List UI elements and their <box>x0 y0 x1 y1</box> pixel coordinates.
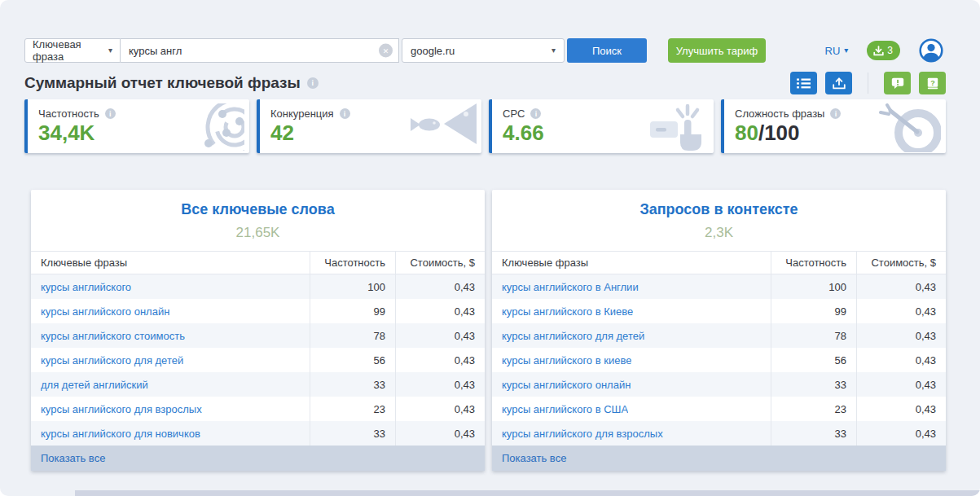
keyword-link[interactable]: для детей английский <box>41 379 148 391</box>
cost-value: 0,43 <box>395 397 485 421</box>
cost-value: 0,43 <box>395 274 485 299</box>
keyword-link[interactable]: курсы английского онлайн <box>41 305 169 318</box>
cost-value: 0,43 <box>856 421 946 446</box>
table-row: курсы английского для взрослых 23 0,43 <box>31 397 485 421</box>
info-icon[interactable]: i <box>340 108 350 119</box>
metric-value: 34,4K <box>38 122 249 143</box>
downloads-count-badge: 3 <box>887 45 893 56</box>
frequency-value: 33 <box>310 421 395 446</box>
column-header-frequency: Частотность <box>771 252 856 274</box>
cost-value: 0,43 <box>856 397 946 421</box>
frequency-value: 33 <box>771 421 856 446</box>
table-body: курсы английского 100 0,43 курсы английс… <box>31 274 485 446</box>
panel-title[interactable]: Все ключевые слова <box>31 201 485 218</box>
panel-total: 2,3K <box>492 225 946 241</box>
column-header-cost: Стоимость, $ <box>856 252 946 274</box>
context-queries-panel: Запросов в контексте 2,3K Ключевые фразы… <box>492 190 946 471</box>
keyword-link[interactable]: курсы английского <box>41 281 131 293</box>
upgrade-plan-button[interactable]: Улучшить тариф <box>668 38 766 63</box>
table-footer: Показать все <box>31 446 485 471</box>
column-header-phrase: Ключевые фразы <box>31 252 310 274</box>
table-row: курсы английского в США 23 0,43 <box>492 397 946 421</box>
downloads-button[interactable]: 3 <box>867 41 900 60</box>
download-icon <box>873 46 884 56</box>
help-button[interactable]: ? <box>919 72 946 94</box>
table-row: курсы английского для взрослых 33 0,43 <box>492 421 946 446</box>
search-engine-select[interactable]: google.ru ▾ <box>402 38 565 63</box>
language-selector[interactable]: RU ▾ <box>825 45 849 57</box>
divider <box>868 72 868 94</box>
metric-card-frequency: Частотность i 34,4K <box>24 99 249 153</box>
keyword-link[interactable]: курсы английского для детей <box>41 354 183 367</box>
table-header: Ключевые фразы Частотность Стоимость, $ <box>31 251 485 274</box>
table-row: курсы английского онлайн 33 0,43 <box>492 372 946 397</box>
keyword-link[interactable]: курсы английского для взрослых <box>41 403 202 415</box>
column-header-frequency: Частотность <box>310 252 395 274</box>
keyword-link[interactable]: курсы английского для детей <box>502 330 644 342</box>
frequency-value: 33 <box>771 372 856 397</box>
frequency-value: 23 <box>310 397 395 421</box>
cost-value: 0,43 <box>395 372 485 397</box>
keyword-link[interactable]: курсы английского в киеве <box>502 354 631 367</box>
panel-title[interactable]: Запросов в контексте <box>492 201 946 218</box>
export-button[interactable] <box>825 72 852 94</box>
title-row: Суммарный отчет ключевой фразы i <box>24 71 946 95</box>
cost-value: 0,43 <box>856 323 946 348</box>
show-all-link[interactable]: Показать все <box>41 452 105 464</box>
table-footer: Показать все <box>492 446 946 471</box>
cost-value: 0,43 <box>856 348 946 372</box>
chevron-down-icon: ▾ <box>844 46 848 55</box>
frequency-value: 23 <box>771 397 856 421</box>
keyword-input[interactable] <box>121 39 398 62</box>
title-actions: ? <box>790 72 946 94</box>
table-body: курсы английского в Англии 100 0,43 курс… <box>492 274 946 446</box>
chevron-down-icon: ▾ <box>108 46 112 55</box>
info-icon[interactable]: i <box>307 77 319 89</box>
keyword-type-dropdown[interactable]: Ключевая фраза ▾ <box>24 38 121 63</box>
keyword-link[interactable]: курсы английского стоимость <box>41 330 185 342</box>
frequency-value: 99 <box>310 299 395 323</box>
info-icon[interactable]: i <box>105 108 116 119</box>
export-icon <box>833 77 846 90</box>
keyword-link[interactable]: курсы английского в Киеве <box>502 305 633 318</box>
column-header-phrase: Ключевые фразы <box>492 252 771 274</box>
report-page: Ключевая фраза ▾ ✕ google.ru ▾ Поиск Улу… <box>0 0 980 496</box>
table-header: Ключевые фразы Частотность Стоимость, $ <box>492 251 946 274</box>
cost-value: 0,43 <box>395 348 485 372</box>
language-label: RU <box>825 45 841 57</box>
frequency-value: 99 <box>771 299 856 323</box>
avatar[interactable] <box>919 38 943 63</box>
keyword-type-label: Ключевая фраза <box>33 38 108 63</box>
keyword-link[interactable]: курсы английского в Англии <box>502 281 639 293</box>
table-row: для детей английский 33 0,43 <box>31 372 485 397</box>
info-icon[interactable]: i <box>830 108 841 119</box>
search-bar: Ключевая фраза ▾ ✕ google.ru ▾ Поиск Улу… <box>24 38 943 63</box>
chevron-down-icon: ▾ <box>552 46 556 55</box>
search-button[interactable]: Поиск <box>567 38 647 63</box>
clear-input-icon[interactable]: ✕ <box>379 44 393 58</box>
metric-card-cpc: CPC i 4.66 <box>489 99 714 153</box>
all-keywords-panel: Все ключевые слова 21,65K Ключевые фразы… <box>31 190 485 471</box>
metric-value: 42 <box>270 122 481 143</box>
keyword-link[interactable]: курсы английского для взрослых <box>502 428 663 440</box>
cost-value: 0,43 <box>856 274 946 299</box>
keyword-link[interactable]: курсы английского онлайн <box>502 379 631 391</box>
topbar-right-group: RU ▾ 3 <box>825 38 944 63</box>
table-row: курсы английского онлайн 99 0,43 <box>31 299 485 323</box>
page-title: Суммарный отчет ключевой фразы i <box>24 74 319 92</box>
keyword-input-wrap: ✕ <box>121 38 399 63</box>
keyword-link[interactable]: курсы английского для новичков <box>41 428 200 440</box>
search-engine-value: google.ru <box>411 45 455 57</box>
columns-settings-button[interactable] <box>790 72 817 94</box>
show-all-link[interactable]: Показать все <box>502 452 566 464</box>
metric-card-competition: Конкуренция i 42 <box>257 99 481 153</box>
table-row: курсы английского для детей 78 0,43 <box>492 323 946 348</box>
feedback-button[interactable] <box>884 72 911 94</box>
panel-total: 21,65K <box>31 225 485 241</box>
frequency-value: 100 <box>771 274 856 299</box>
frequency-value: 56 <box>771 348 856 372</box>
feedback-bubble-icon <box>891 77 904 90</box>
keyword-link[interactable]: курсы английского в США <box>502 403 628 415</box>
metric-value: 80/100 <box>735 122 946 143</box>
info-icon[interactable]: i <box>530 108 541 119</box>
